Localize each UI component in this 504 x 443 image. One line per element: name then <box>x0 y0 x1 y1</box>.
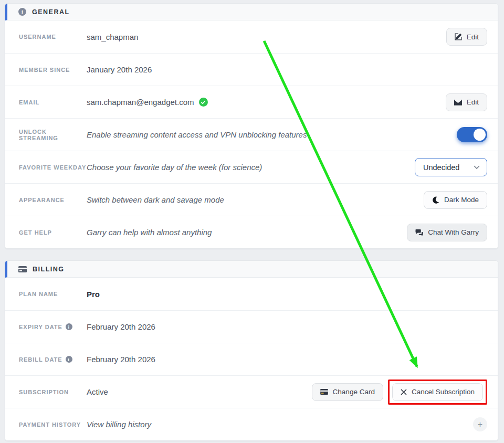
plan-name-value: Pro <box>87 290 100 299</box>
general-section-title: GENERAL <box>32 8 70 16</box>
username-row: USERNAME sam_chapman Edit <box>5 20 498 53</box>
general-section-header: i GENERAL <box>5 4 498 20</box>
favorite-weekday-label: FAVORITE WEEKDAY <box>19 164 87 171</box>
expiry-date-value: February 20th 2026 <box>87 322 155 331</box>
appearance-label: APPEARANCE <box>19 197 87 203</box>
get-help-label: GET HELP <box>19 229 87 236</box>
moon-icon <box>432 196 439 204</box>
x-icon <box>401 389 407 395</box>
get-help-row: GET HELP Garry can help with almost anyt… <box>5 216 498 248</box>
appearance-description: Switch between dark and savage mode <box>87 195 224 204</box>
plus-icon[interactable]: + <box>473 417 487 431</box>
billing-section: BILLING PLAN NAME Pro EXPIRY DATE i Febr… <box>5 260 498 441</box>
chevron-down-icon <box>474 165 480 170</box>
payment-history-label: PAYMENT HISTORY <box>19 421 87 428</box>
rebill-date-value: February 20th 2026 <box>87 355 155 364</box>
get-help-description: Garry can help with almost anything <box>87 228 212 237</box>
dark-mode-label: Dark Mode <box>444 196 479 204</box>
favorite-weekday-selected: Undecided <box>423 163 459 172</box>
toggle-knob <box>474 129 486 141</box>
expiry-date-label-text: EXPIRY DATE <box>19 324 62 330</box>
change-card-label: Change Card <box>333 388 375 396</box>
username-label: USERNAME <box>19 34 87 40</box>
check-circle-icon <box>199 98 208 107</box>
envelope-icon <box>454 99 462 106</box>
general-section: i GENERAL USERNAME sam_chapman Edit MEMB… <box>5 3 498 249</box>
unlock-streaming-label: UNLOCK STREAMING <box>19 129 87 141</box>
rebill-date-label-text: REBILL DATE <box>19 356 62 363</box>
email-value: sam.chapman@engadget.com <box>87 98 208 107</box>
edit-username-label: Edit <box>467 33 479 41</box>
credit-card-icon <box>320 389 328 395</box>
member-since-label: MEMBER SINCE <box>19 67 87 73</box>
favorite-weekday-select[interactable]: Undecided <box>415 158 487 176</box>
member-since-row: MEMBER SINCE January 20th 2026 <box>5 53 498 86</box>
subscription-value: Active <box>87 387 108 396</box>
email-address: sam.chapman@engadget.com <box>87 98 194 107</box>
edit-username-button[interactable]: Edit <box>446 28 487 46</box>
unlock-streaming-toggle[interactable] <box>457 127 487 142</box>
dark-mode-button[interactable]: Dark Mode <box>424 191 487 209</box>
expiry-date-row: EXPIRY DATE i February 20th 2026 <box>5 310 498 343</box>
unlock-streaming-description: Enable streaming content access and VPN … <box>87 130 307 139</box>
info-circle-icon[interactable]: i <box>66 356 72 363</box>
favorite-weekday-description: Choose your favorite day of the week (fo… <box>87 163 262 172</box>
favorite-weekday-row: FAVORITE WEEKDAY Choose your favorite da… <box>5 151 498 183</box>
cancel-subscription-button[interactable]: Cancel Subscription <box>392 383 483 401</box>
chat-with-garry-label: Chat With Garry <box>428 228 479 236</box>
info-circle-icon: i <box>18 8 26 16</box>
info-circle-icon[interactable]: i <box>66 323 72 330</box>
rebill-date-label: REBILL DATE i <box>19 356 87 363</box>
email-label: EMAIL <box>19 99 87 106</box>
payment-history-row: PAYMENT HISTORY View billing history + <box>5 408 498 440</box>
subscription-row: SUBSCRIPTION Active Change Card Cancel S… <box>5 375 498 408</box>
edit-email-button[interactable]: Edit <box>446 93 487 111</box>
red-highlight-box: Cancel Subscription <box>388 379 487 405</box>
billing-section-title: BILLING <box>33 266 65 273</box>
member-since-value: January 20th 2026 <box>87 65 152 74</box>
chat-with-garry-button[interactable]: Chat With Garry <box>407 224 487 241</box>
username-value: sam_chapman <box>87 33 138 41</box>
payment-history-description: View billing history <box>87 420 151 429</box>
chat-bubbles-icon <box>415 229 423 236</box>
edit-email-label: Edit <box>467 98 479 106</box>
email-row: EMAIL sam.chapman@engadget.com Edit <box>5 86 498 118</box>
subscription-label: SUBSCRIPTION <box>19 389 87 395</box>
billing-section-header: BILLING <box>5 261 498 278</box>
change-card-button[interactable]: Change Card <box>312 383 383 401</box>
pencil-square-icon <box>455 33 462 40</box>
cancel-subscription-label: Cancel Subscription <box>412 388 475 396</box>
unlock-streaming-row: UNLOCK STREAMING Enable streaming conten… <box>5 118 498 151</box>
credit-card-icon <box>18 266 27 272</box>
rebill-date-row: REBILL DATE i February 20th 2026 <box>5 343 498 375</box>
appearance-row: APPEARANCE Switch between dark and savag… <box>5 183 498 216</box>
expiry-date-label: EXPIRY DATE i <box>19 323 87 330</box>
plan-name-row: PLAN NAME Pro <box>5 278 498 310</box>
account-settings-page: i GENERAL USERNAME sam_chapman Edit MEMB… <box>0 0 504 441</box>
plan-name-label: PLAN NAME <box>19 291 87 297</box>
